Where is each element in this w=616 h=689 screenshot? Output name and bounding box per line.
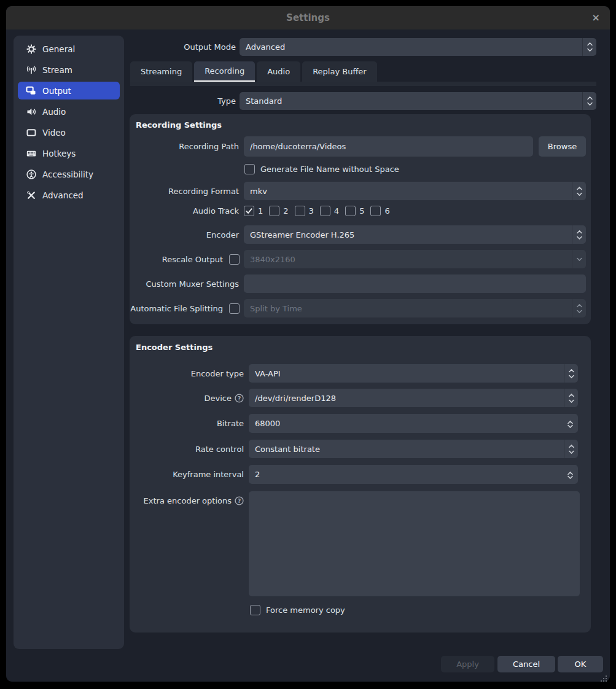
dropdown-arrow-icon <box>572 250 586 268</box>
device-label-row: Device <box>130 389 244 407</box>
recording-format-select[interactable]: mkv <box>244 182 586 200</box>
audio-track-checkbox-group: 1 2 3 4 5 6 <box>244 205 390 217</box>
apply-button[interactable]: Apply <box>441 656 494 672</box>
type-value: Standard <box>246 96 282 106</box>
ok-button[interactable]: OK <box>558 656 603 672</box>
sidebar-item-label: Advanced <box>42 190 84 200</box>
encoder-label: Encoder <box>130 225 239 244</box>
keyframe-interval-value: 2 <box>255 470 260 479</box>
sidebar-item-video[interactable]: Video <box>18 123 120 141</box>
resize-grip-icon[interactable] <box>600 673 607 685</box>
sidebar: General Stream Output Audio Video Hotkey… <box>14 36 124 649</box>
audio-track-2-checkbox[interactable] <box>269 206 279 216</box>
output-icon <box>26 85 36 96</box>
bitrate-value: 68000 <box>255 419 280 428</box>
spinner-arrows-icon <box>564 389 578 407</box>
recording-format-value: mkv <box>250 187 267 196</box>
force-memory-copy-label: Force memory copy <box>266 605 345 615</box>
sidebar-item-hotkeys[interactable]: Hotkeys <box>18 144 120 162</box>
accessibility-icon <box>26 169 36 179</box>
rate-control-label: Rate control <box>130 440 244 458</box>
encoder-settings-panel: Encoder Settings Encoder type VA-API Dev… <box>130 336 591 633</box>
custom-muxer-label: Custom Muxer Settings <box>130 274 239 293</box>
spin-down-icon[interactable] <box>567 472 573 481</box>
type-select[interactable]: Standard <box>240 92 596 110</box>
recording-settings-panel: Recording Settings Recording Path /home/… <box>130 114 591 324</box>
audio-track-6-checkbox[interactable] <box>370 206 381 216</box>
sidebar-item-label: Hotkeys <box>42 149 76 158</box>
sidebar-item-stream[interactable]: Stream <box>18 61 120 79</box>
audio-track-label: Audio Track <box>130 205 239 217</box>
recording-path-value: /home/ducoterra/Videos <box>250 142 346 151</box>
sidebar-item-label: Output <box>42 86 71 96</box>
encoder-type-select[interactable]: VA-API <box>249 364 578 383</box>
device-value: /dev/dri/renderD128 <box>255 394 336 403</box>
sidebar-item-label: Audio <box>42 107 66 117</box>
spinner-arrows-icon <box>572 182 586 200</box>
bitrate-spinbox[interactable]: 68000 <box>249 414 578 433</box>
browse-button[interactable]: Browse <box>539 136 586 157</box>
tab-replay-buffer[interactable]: Replay Buffer <box>302 61 377 82</box>
cancel-button[interactable]: Cancel <box>497 656 555 672</box>
output-mode-select[interactable]: Advanced <box>240 38 596 56</box>
recording-path-input[interactable]: /home/ducoterra/Videos <box>244 136 533 157</box>
sidebar-item-accessibility[interactable]: Accessibility <box>18 165 120 183</box>
tab-pane-edge <box>130 82 596 86</box>
encoder-settings-title: Encoder Settings <box>136 343 212 352</box>
spinner-arrows-icon <box>572 299 586 317</box>
encoder-type-value: VA-API <box>255 369 281 378</box>
auto-file-splitting-checkbox[interactable] <box>229 303 240 314</box>
gear-icon <box>26 44 36 54</box>
file-splitting-mode-select: Split by Time <box>244 299 586 317</box>
force-memory-copy-checkbox[interactable] <box>250 605 260 615</box>
output-tabs: Streaming Recording Audio Replay Buffer <box>130 61 377 82</box>
audio-track-5-checkbox[interactable] <box>345 206 356 216</box>
extra-encoder-options-label-row: Extra encoder options <box>130 493 244 508</box>
tab-audio[interactable]: Audio <box>257 61 300 82</box>
tab-recording[interactable]: Recording <box>194 61 255 82</box>
sidebar-item-general[interactable]: General <box>18 40 120 58</box>
extra-encoder-options-textarea[interactable] <box>249 491 580 596</box>
tools-icon <box>26 190 36 200</box>
spinner-arrows-icon <box>564 364 578 383</box>
audio-track-1-checkbox[interactable] <box>244 206 254 216</box>
encoder-select[interactable]: GStreamer Encoder H.265 <box>244 225 586 244</box>
file-splitting-mode-value: Split by Time <box>250 304 302 313</box>
titlebar: Settings × <box>6 6 610 29</box>
speaker-icon <box>26 106 36 117</box>
audio-track-3-checkbox[interactable] <box>295 206 305 216</box>
help-icon[interactable] <box>235 496 244 505</box>
recording-path-label: Recording Path <box>130 136 239 157</box>
rescale-resolution-value: 3840x2160 <box>250 255 295 264</box>
sidebar-item-label: Stream <box>42 65 72 75</box>
rate-control-select[interactable]: Constant bitrate <box>249 440 578 458</box>
rate-control-value: Constant bitrate <box>255 445 320 454</box>
sidebar-item-label: Accessibility <box>42 169 93 179</box>
help-icon[interactable] <box>235 394 244 403</box>
spinner-arrows-icon <box>582 38 596 56</box>
rescale-output-checkbox[interactable] <box>229 254 240 265</box>
audio-track-4-checkbox[interactable] <box>320 206 330 216</box>
extra-encoder-options-label: Extra encoder options <box>144 496 232 505</box>
spin-down-icon[interactable] <box>567 421 573 430</box>
tab-streaming[interactable]: Streaming <box>130 61 192 82</box>
encoder-type-label: Encoder type <box>130 364 244 383</box>
sidebar-item-audio[interactable]: Audio <box>18 103 120 120</box>
settings-dialog: Settings × General Stream Output Audio V… <box>6 6 610 682</box>
keyframe-interval-spinbox[interactable]: 2 <box>249 465 578 484</box>
close-icon[interactable]: × <box>592 13 600 23</box>
device-select[interactable]: /dev/dri/renderD128 <box>249 389 578 407</box>
type-label: Type <box>130 92 236 110</box>
keyframe-interval-label: Keyframe interval <box>130 465 244 484</box>
sidebar-item-label: General <box>42 44 75 54</box>
window-title: Settings <box>286 12 330 23</box>
rescale-output-label: Rescale Output <box>130 250 223 268</box>
custom-muxer-input[interactable] <box>244 274 586 293</box>
sidebar-item-advanced[interactable]: Advanced <box>18 186 120 204</box>
sidebar-item-output[interactable]: Output <box>18 82 120 99</box>
generate-no-space-checkbox[interactable] <box>244 164 255 174</box>
output-mode-label: Output Mode <box>130 38 236 56</box>
generate-no-space-label: Generate File Name without Space <box>260 164 399 174</box>
auto-file-splitting-label: Automatic File Splitting <box>130 299 223 317</box>
spinner-arrows-icon <box>572 225 586 244</box>
